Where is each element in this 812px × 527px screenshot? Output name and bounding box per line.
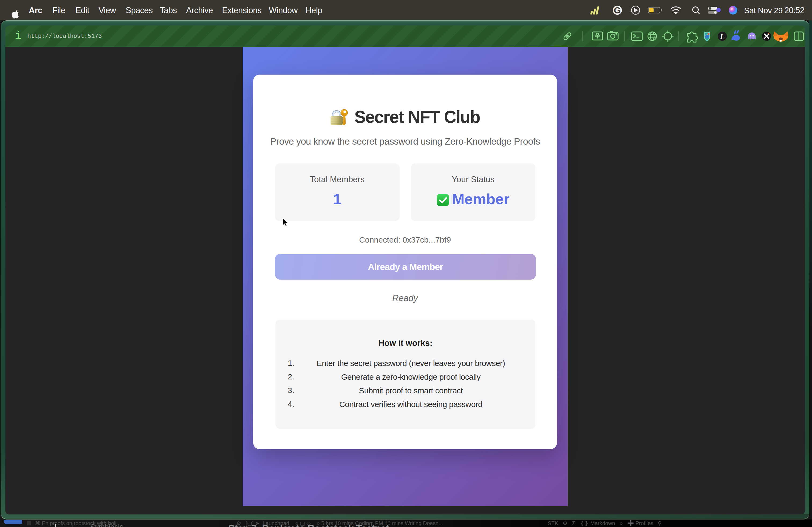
svg-text:G: G <box>614 5 621 15</box>
svg-text:L: L <box>720 32 725 41</box>
